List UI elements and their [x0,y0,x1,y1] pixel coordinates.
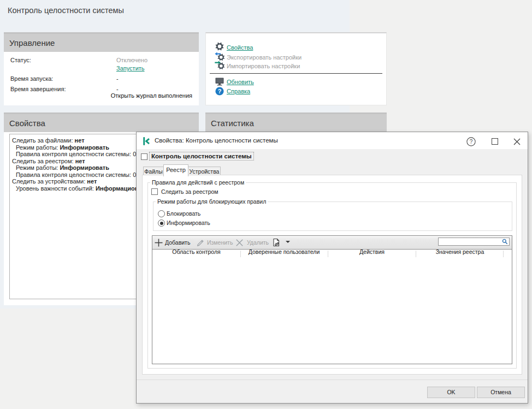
svg-text:?: ? [470,139,473,145]
svg-text:?: ? [218,88,222,94]
